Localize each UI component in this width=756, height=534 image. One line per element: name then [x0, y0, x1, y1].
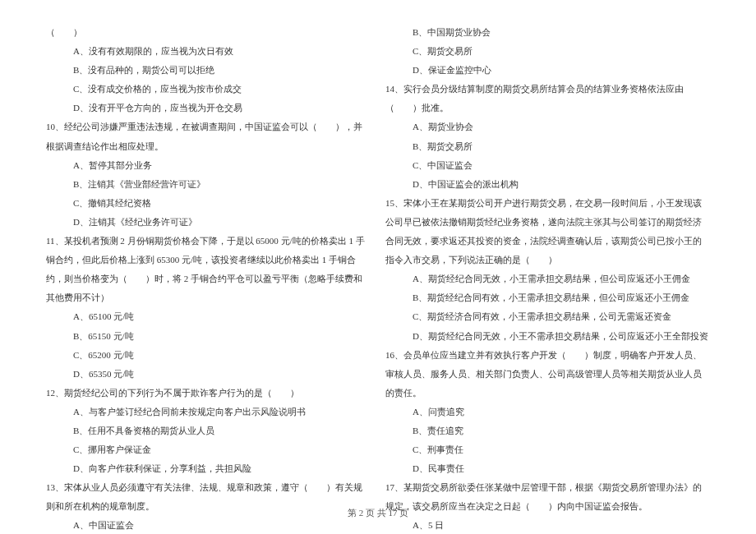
option-a: A、65100 元/吨: [46, 307, 371, 326]
option-c: C、期货经济合同有效，小王需承担交易结果，公司无需返还资金: [385, 307, 710, 326]
option-c: C、挪用客户保证金: [46, 440, 371, 459]
option-d: D、65350 元/吨: [46, 365, 371, 384]
option-d: D、民事责任: [385, 459, 710, 478]
option-c: C、中国证监会: [385, 156, 710, 175]
option-b: B、期货交易所: [385, 137, 710, 156]
option-d: D、向客户作获利保证，分享利益，共担风险: [46, 459, 371, 478]
page-body: （ ） A、没有有效期限的，应当视为次日有效 B、没有品种的，期货公司可以拒绝 …: [0, 0, 756, 534]
option-c: C、刑事责任: [385, 440, 710, 459]
page-footer: 第 2 页 共 17 页: [0, 507, 756, 519]
option-d: D、期货经纪合同无效，小王不需承担交易结果，公司应返还小王全部投资: [385, 327, 710, 346]
option-b: B、任用不具备资格的期货从业人员: [46, 421, 371, 440]
question-16: 16、会员单位应当建立并有效执行客户开发（ ）制度，明确客户开发人员、审核人员、…: [385, 346, 710, 403]
option-a: A、期货业协会: [385, 117, 710, 136]
option-b: B、责任追究: [385, 421, 710, 440]
right-column: B、中国期货业协会 C、期货交易所 D、保证金监控中心 14、实行会员分级结算制…: [385, 23, 710, 534]
option-c: C、没有成交价格的，应当视为按市价成交: [46, 80, 371, 99]
question-11: 11、某投机者预测 2 月份铜期货价格会下降，于是以 65000 元/吨的价格卖…: [46, 232, 371, 307]
option-b: B、期货经纪合同有效，小王需承担交易结果，但公司应返还小王佣金: [385, 288, 710, 307]
option-a: A、没有有效期限的，应当视为次日有效: [46, 42, 371, 61]
option-a: A、期货经纪合同无效，小王需承担交易结果，但公司应返还小王佣金: [385, 269, 710, 288]
option-a: A、与客户签订经纪合同前未按规定向客户出示风险说明书: [46, 403, 371, 421]
option-c: C、期货交易所: [385, 42, 710, 61]
option-b: B、注销其《营业部经营许可证》: [46, 175, 371, 194]
question-15: 15、宋体小王在某期货公司开户进行期货交易，在交易一段时间后，小王发现该公司早已…: [385, 194, 710, 269]
question-10: 10、经纪公司涉嫌严重违法违规，在被调查期间，中国证监会可以（ ），并根据调查结…: [46, 117, 371, 155]
option-c: C、65200 元/吨: [46, 346, 371, 365]
option-b: B、65150 元/吨: [46, 327, 371, 346]
blank-paren: （ ）: [46, 23, 371, 42]
option-b: B、没有品种的，期货公司可以拒绝: [46, 61, 371, 80]
question-12: 12、期货经纪公司的下列行为不属于欺诈客户行为的是（ ）: [46, 384, 371, 403]
question-14: 14、实行会员分级结算制度的期货交易所结算会员的结算业务资格依法应由（ ）批准。: [385, 80, 710, 117]
option-d: D、注销其《经纪业务许可证》: [46, 213, 371, 232]
left-column: （ ） A、没有有效期限的，应当视为次日有效 B、没有品种的，期货公司可以拒绝 …: [46, 23, 371, 534]
option-a: A、问责追究: [385, 403, 710, 421]
option-d: D、中国证监会的派出机构: [385, 175, 710, 194]
option-d: D、保证金监控中心: [385, 61, 710, 80]
option-b: B、中国期货业协会: [385, 23, 710, 42]
option-c: C、撤销其经纪资格: [46, 194, 371, 213]
option-a: A、暂停其部分业务: [46, 156, 371, 175]
option-d: D、没有开平仓方向的，应当视为开仓交易: [46, 99, 371, 117]
